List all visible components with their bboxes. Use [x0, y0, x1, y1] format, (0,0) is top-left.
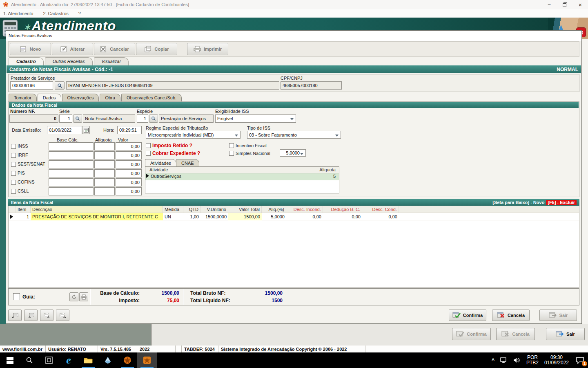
cobrar-expediente-checkbox[interactable]: [146, 151, 151, 156]
sair-button[interactable]: Sair: [539, 310, 577, 321]
pis-aliquota-field[interactable]: [94, 169, 115, 177]
pis-valor-field[interactable]: 0,00: [116, 169, 142, 177]
task-view-button[interactable]: [39, 352, 59, 368]
notification-center-button[interactable]: 1: [572, 352, 588, 368]
tray-chevron-up[interactable]: ^: [489, 352, 497, 368]
tab-visualizar[interactable]: Visualizar: [94, 57, 129, 65]
serie-search-button[interactable]: [73, 114, 82, 123]
inss-valor-field[interactable]: 0,00: [116, 142, 142, 150]
prestador-search-button[interactable]: [55, 81, 65, 90]
csll-valor-field[interactable]: 0,00: [116, 187, 142, 195]
cancel-doc-icon: [100, 46, 107, 52]
start-button[interactable]: [0, 352, 20, 368]
sest-checkbox[interactable]: [11, 162, 16, 167]
speaker-icon[interactable]: [510, 352, 523, 368]
prestador-code-field[interactable]: 000006196: [10, 81, 53, 90]
internet-explorer-button[interactable]: e: [59, 352, 78, 368]
app-button-fiorilli-2[interactable]: [137, 352, 157, 368]
restore-button[interactable]: [557, 0, 572, 9]
guia-label: Guia:: [22, 294, 35, 300]
cell-item: 1: [16, 213, 31, 220]
novo-button[interactable]: Novo: [10, 43, 51, 55]
nav-first-button[interactable]: [8, 310, 22, 321]
cofins-checkbox[interactable]: [11, 180, 16, 185]
dados-panel: Dados da Nota Fiscal Número NF. Série Es…: [8, 101, 579, 197]
taskbar-search-button[interactable]: [20, 352, 39, 368]
status-tabdef: TABDEF: 5024: [182, 346, 218, 352]
menu-help[interactable]: ?: [78, 11, 81, 16]
irrf-base-field[interactable]: [49, 151, 94, 159]
tab-outras-receitas[interactable]: Outras Receitas: [45, 57, 93, 65]
incentivo-checkbox[interactable]: [229, 143, 234, 148]
alterar-button[interactable]: Alterar: [52, 43, 93, 55]
numero-field[interactable]: 0: [9, 114, 58, 123]
calendar-button[interactable]: [82, 126, 90, 134]
app-button-fiorilli-1[interactable]: [118, 352, 137, 368]
irrf-aliquota-field[interactable]: [94, 151, 115, 159]
pis-base-field[interactable]: [49, 169, 94, 177]
guia-refresh-button[interactable]: [69, 292, 78, 301]
menu-cadastros[interactable]: 2. Cadastros: [43, 11, 68, 16]
sest-aliquota-field[interactable]: [94, 160, 115, 168]
irrf-checkbox[interactable]: [11, 153, 16, 158]
guia-print-button[interactable]: [79, 292, 88, 301]
csll-checkbox[interactable]: [11, 189, 16, 194]
tab-observacoes[interactable]: Observações: [62, 94, 99, 101]
minimize-button[interactable]: –: [541, 0, 557, 9]
confirma-button[interactable]: Confirma: [449, 310, 486, 321]
csll-aliquota-field[interactable]: [94, 187, 115, 195]
clock[interactable]: 09:30 01/09/2022: [541, 352, 572, 368]
sest-valor-field[interactable]: 0,00: [116, 160, 142, 168]
tab-tomador[interactable]: Tomador: [9, 94, 37, 101]
tab-observacoes-canc[interactable]: Observações Canc./Sub.: [121, 94, 182, 101]
nav-next-button[interactable]: [40, 310, 53, 321]
regime-select[interactable]: Microempresário Individual (MEI): [146, 131, 241, 139]
especie-search-button[interactable]: [149, 114, 158, 123]
tab-atividades[interactable]: Atividades: [145, 159, 176, 166]
atividade-row[interactable]: OutrosServiços 5: [145, 173, 339, 180]
menu-atendimento[interactable]: 1. Atendimento: [3, 11, 33, 16]
close-button[interactable]: ×: [572, 0, 588, 9]
cofins-valor-field[interactable]: 0,00: [116, 178, 142, 186]
sest-base-field[interactable]: [49, 160, 94, 168]
csll-base-field[interactable]: [49, 187, 94, 195]
hora-field[interactable]: 09:29:51: [117, 126, 142, 134]
inss-aliquota-field[interactable]: [94, 142, 115, 150]
outer-confirma-button[interactable]: Confirma: [452, 328, 491, 340]
serie-field[interactable]: 1: [59, 114, 72, 123]
imprimir-button[interactable]: Imprimir: [187, 43, 228, 55]
status-bar: www.fiorilli.com.br Usuário: RENATO Vrs.…: [0, 346, 588, 352]
file-explorer-button[interactable]: [78, 352, 98, 368]
emissao-field[interactable]: 01/09/2022: [47, 126, 82, 134]
tab-obra[interactable]: Obra: [100, 94, 120, 101]
exigibilidade-select[interactable]: Exigível: [215, 114, 296, 123]
inss-checkbox[interactable]: [11, 144, 16, 149]
irrf-valor-field[interactable]: 0,00: [116, 151, 142, 159]
cofins-base-field[interactable]: [49, 178, 94, 186]
tab-dados[interactable]: Dados: [38, 94, 61, 101]
nav-prev-button[interactable]: [24, 310, 38, 321]
imposto-retido-checkbox[interactable]: [146, 143, 151, 148]
inss-base-field[interactable]: [49, 142, 94, 150]
tab-cnae[interactable]: CNAE: [176, 159, 199, 166]
tab-cadastro[interactable]: Cadastro: [9, 57, 44, 65]
simples-select[interactable]: 5,0000: [280, 149, 306, 157]
especie-field[interactable]: 1: [137, 114, 148, 123]
app-button-blue[interactable]: [98, 352, 118, 368]
simples-checkbox[interactable]: [229, 151, 234, 156]
tipo-iss-select[interactable]: 03 - Sobre Faturamento: [247, 131, 341, 139]
language-indicator[interactable]: POR PTB2: [523, 352, 541, 368]
valor-header: Valor: [118, 137, 128, 142]
guia-checkbox[interactable]: [13, 293, 20, 300]
copiar-button[interactable]: Copiar: [136, 43, 177, 55]
pis-checkbox[interactable]: [11, 171, 16, 176]
cofins-aliquota-field[interactable]: [94, 178, 115, 186]
outer-sair-button[interactable]: Sair: [546, 328, 585, 340]
nav-last-button[interactable]: [56, 310, 69, 321]
cancelar-button[interactable]: Cancelar: [94, 43, 135, 55]
network-icon[interactable]: [497, 352, 510, 368]
cancela-button[interactable]: Cancela: [492, 310, 530, 321]
imposto-label: Imposto:: [94, 298, 140, 303]
outer-cancela-button[interactable]: Cancela: [496, 328, 535, 340]
item-row[interactable]: 1 PRESTAÇÃO DE SERVIÇOS DE MONITOR I, RE…: [9, 213, 579, 220]
